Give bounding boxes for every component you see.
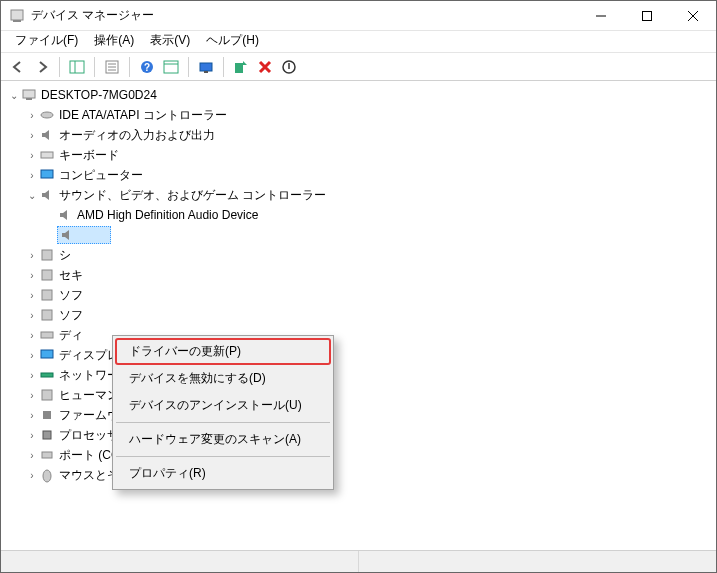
tree-node-ide[interactable]: › IDE ATA/ATAPI コントローラー: [3, 105, 714, 125]
tree-item-label: コンピューター: [59, 166, 143, 184]
tree-node-display[interactable]: › ディスプレイ アダプター: [3, 345, 714, 365]
tree-node-truncated[interactable]: › セキ: [3, 265, 714, 285]
tree-node-network[interactable]: › ネットワーク アダプター: [3, 365, 714, 385]
minimize-button[interactable]: [578, 1, 624, 30]
tree-root[interactable]: ⌄ DESKTOP-7MG0D24: [3, 85, 714, 105]
tree-node-keyboard[interactable]: › キーボード: [3, 145, 714, 165]
tree-node-mouse[interactable]: › マウスとそのほかのポインティング デバイス: [3, 465, 714, 485]
chevron-right-icon[interactable]: ›: [25, 348, 39, 363]
tree-item-label: ソフ: [59, 306, 83, 324]
tree-item-label: ソフ: [59, 286, 83, 304]
svg-rect-21: [26, 98, 32, 100]
menubar: ファイル(F) 操作(A) 表示(V) ヘルプ(H): [1, 31, 716, 53]
chevron-right-icon[interactable]: ›: [25, 388, 39, 403]
statusbar: [1, 550, 716, 572]
action-button[interactable]: [160, 56, 182, 78]
tree-node-processor[interactable]: › プロセッサ: [3, 425, 714, 445]
svg-rect-16: [200, 63, 212, 71]
forward-button[interactable]: [31, 56, 53, 78]
svg-rect-18: [235, 63, 243, 73]
back-button[interactable]: [7, 56, 29, 78]
svg-rect-24: [41, 170, 53, 178]
hid-icon: [39, 387, 55, 403]
menu-action[interactable]: 操作(A): [86, 30, 142, 51]
app-icon: [9, 8, 25, 24]
chevron-right-icon[interactable]: ›: [25, 168, 39, 183]
properties-button[interactable]: [101, 56, 123, 78]
chevron-right-icon[interactable]: ›: [25, 288, 39, 303]
tree-node-truncated[interactable]: › ソフ: [3, 285, 714, 305]
ctx-scan-hardware[interactable]: ハードウェア変更のスキャン(A): [115, 426, 331, 453]
menu-help[interactable]: ヘルプ(H): [198, 30, 267, 51]
show-hide-console-tree-button[interactable]: [66, 56, 88, 78]
port-icon: [39, 447, 55, 463]
speaker-icon: [59, 227, 75, 243]
tree-item-label: プロセッサ: [59, 426, 119, 444]
tree-node-computer[interactable]: › コンピューター: [3, 165, 714, 185]
monitor-icon: [39, 347, 55, 363]
tree-node-firmware[interactable]: › ファームウェア: [3, 405, 714, 425]
ctx-update-driver[interactable]: ドライバーの更新(P): [115, 338, 331, 365]
chevron-right-icon[interactable]: ›: [25, 428, 39, 443]
chevron-right-icon[interactable]: ›: [25, 448, 39, 463]
ctx-separator: [116, 456, 330, 457]
disk-icon: [39, 327, 55, 343]
chevron-right-icon[interactable]: ›: [25, 328, 39, 343]
device-tree[interactable]: ⌄ DESKTOP-7MG0D24 › IDE ATA/ATAPI コントローラ…: [1, 81, 716, 550]
tree-node-selected-audio[interactable]: [3, 225, 714, 245]
device-manager-window: デバイス マネージャー ファイル(F) 操作(A) 表示(V) ヘルプ(H) ?: [0, 0, 717, 573]
svg-rect-25: [42, 250, 52, 260]
tree-item-label: ディ: [59, 326, 83, 344]
menu-file[interactable]: ファイル(F): [7, 30, 86, 51]
tree-item-label: サウンド、ビデオ、およびゲーム コントローラー: [59, 186, 326, 204]
uninstall-device-button[interactable]: [254, 56, 276, 78]
ctx-properties[interactable]: プロパティ(R): [115, 460, 331, 487]
svg-rect-28: [42, 310, 52, 320]
chevron-right-icon[interactable]: ›: [25, 408, 39, 423]
svg-rect-3: [643, 11, 652, 20]
svg-rect-26: [42, 270, 52, 280]
maximize-button[interactable]: [624, 1, 670, 30]
ctx-disable-device[interactable]: デバイスを無効にする(D): [115, 365, 331, 392]
tree-node-sound[interactable]: ⌄ サウンド、ビデオ、およびゲーム コントローラー: [3, 185, 714, 205]
chevron-down-icon[interactable]: ⌄: [7, 88, 21, 103]
chevron-right-icon[interactable]: ›: [25, 108, 39, 123]
tree-node-truncated[interactable]: › ソフ: [3, 305, 714, 325]
chevron-right-icon[interactable]: ›: [25, 368, 39, 383]
tree-node-amd-audio[interactable]: AMD High Definition Audio Device: [3, 205, 714, 225]
chevron-down-icon[interactable]: ⌄: [25, 188, 39, 203]
chevron-right-icon[interactable]: ›: [25, 148, 39, 163]
svg-rect-23: [41, 152, 53, 158]
svg-point-36: [43, 470, 51, 482]
status-cell: [1, 551, 359, 572]
speaker-icon: [57, 207, 73, 223]
tree-node-truncated[interactable]: › シ: [3, 245, 714, 265]
chevron-right-icon[interactable]: ›: [25, 468, 39, 483]
chevron-right-icon[interactable]: ›: [25, 268, 39, 283]
chevron-right-icon[interactable]: ›: [25, 248, 39, 263]
disable-device-button[interactable]: [278, 56, 300, 78]
device-icon: [39, 247, 55, 263]
update-driver-button[interactable]: [230, 56, 252, 78]
menu-view[interactable]: 表示(V): [142, 30, 198, 51]
chevron-right-icon[interactable]: ›: [25, 128, 39, 143]
toolbar-separator: [94, 57, 95, 77]
speaker-icon: [39, 187, 55, 203]
svg-rect-35: [42, 452, 52, 458]
ctx-uninstall-device[interactable]: デバイスのアンインストール(U): [115, 392, 331, 419]
tree-item-label: キーボード: [59, 146, 119, 164]
device-icon: [39, 287, 55, 303]
device-icon: [39, 307, 55, 323]
scan-hardware-button[interactable]: [195, 56, 217, 78]
help-button[interactable]: ?: [136, 56, 158, 78]
tree-node-truncated[interactable]: › ディ: [3, 325, 714, 345]
close-button[interactable]: [670, 1, 716, 30]
tree-node-hid[interactable]: › ヒューマン インターフェイス デバイス: [3, 385, 714, 405]
svg-rect-31: [41, 373, 53, 377]
tree-node-ports[interactable]: › ポート (COM と LPT): [3, 445, 714, 465]
context-menu: ドライバーの更新(P) デバイスを無効にする(D) デバイスのアンインストール(…: [112, 335, 334, 490]
svg-text:?: ?: [144, 62, 150, 73]
tree-node-audio-io[interactable]: › オーディオの入力および出力: [3, 125, 714, 145]
chevron-right-icon[interactable]: ›: [25, 308, 39, 323]
tree-area: ⌄ DESKTOP-7MG0D24 › IDE ATA/ATAPI コントローラ…: [1, 81, 716, 550]
